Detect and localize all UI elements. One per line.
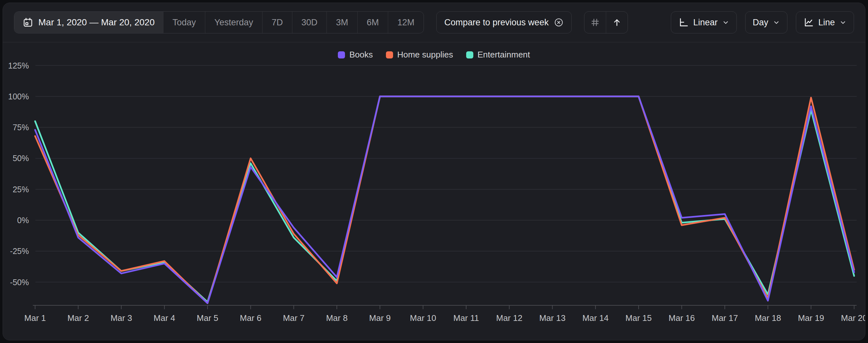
date-range-label: Mar 1, 2020 — Mar 20, 2020 [38,17,155,28]
chart-config-group: Linear Day Line [671,11,854,33]
date-range-group: Mar 1, 2020 — Mar 20, 2020 Today Yesterd… [14,11,424,33]
x-axis-tick-label: Mar 16 [669,313,695,323]
close-circle-icon[interactable] [554,18,564,27]
chart-options-segment [584,11,628,33]
x-axis-tick-label: Mar 2 [67,313,89,323]
range-button-12m[interactable]: 12M [388,12,424,33]
scale-dropdown[interactable]: Linear [671,11,737,33]
linear-axis-icon [678,17,689,28]
scale-dropdown-label: Linear [693,18,718,28]
chart-type-dropdown-label: Line [818,18,835,28]
y-axis-tick-label: -50% [10,278,29,287]
y-axis-tick-label: 25% [13,185,29,194]
y-axis-tick-label: 75% [13,123,29,132]
line-chart-plot: 125%100%75%50%25%0%-25%-50%Mar 1Mar 2Mar… [3,42,865,340]
x-axis-tick-label: Mar 14 [583,313,609,323]
compare-label: Compare to previous week [444,18,549,28]
grid-toggle-button[interactable] [584,12,606,33]
granularity-dropdown-label: Day [753,18,768,28]
arrow-up-icon [612,18,622,27]
x-axis-tick-label: Mar 13 [539,313,565,323]
legend-item-home-supplies[interactable]: Home supplies [386,50,453,60]
legend-swatch-books [338,51,345,59]
legend-item-entertainment[interactable]: Entertainment [466,50,530,60]
granularity-dropdown[interactable]: Day [745,11,787,33]
x-axis-tick-label: Mar 7 [283,313,304,323]
y-axis-tick-label: 50% [13,154,29,163]
x-axis-tick-label: Mar 15 [625,313,652,323]
range-button-30d[interactable]: 30D [292,12,327,33]
chevron-down-icon [722,19,729,26]
x-axis-tick-label: Mar 12 [496,313,522,323]
arrow-up-button[interactable] [606,12,628,33]
x-axis-tick-label: Mar 6 [240,313,261,323]
line-chart-icon [803,17,814,28]
y-axis-tick-label: 100% [8,92,29,101]
range-button-7d[interactable]: 7D [262,12,292,33]
compare-toggle-button[interactable]: Compare to previous week [436,11,572,33]
grid-icon [590,18,600,27]
x-axis-tick-label: Mar 5 [197,313,218,323]
range-button-yesterday[interactable]: Yesterday [205,12,262,33]
legend-label-entertainment: Entertainment [477,50,530,60]
chart-area: Books Home supplies Entertainment 125%10… [3,42,865,340]
range-button-today[interactable]: Today [163,12,205,33]
calendar-icon [23,17,33,28]
x-axis-tick-label: Mar 3 [111,313,132,323]
legend-item-books[interactable]: Books [338,50,373,60]
range-button-6m[interactable]: 6M [357,12,388,33]
y-axis-tick-label: 125% [8,61,29,70]
chevron-down-icon [773,19,780,26]
x-axis-tick-label: Mar 9 [369,313,391,323]
legend-swatch-home-supplies [386,51,393,59]
x-axis-tick-label: Mar 10 [410,313,436,323]
x-axis-tick-label: Mar 8 [326,313,348,323]
legend-label-books: Books [349,50,373,60]
x-axis-tick-label: Mar 18 [755,313,781,323]
x-axis-tick-label: Mar 11 [454,313,479,323]
range-button-3m[interactable]: 3M [327,12,357,33]
chart-legend: Books Home supplies Entertainment [3,50,865,60]
legend-swatch-entertainment [466,51,473,59]
x-axis-tick-label: Mar 17 [712,313,738,323]
chevron-down-icon [839,19,846,26]
x-axis-tick-label: Mar 20 [841,313,865,323]
legend-label-home-supplies: Home supplies [397,50,453,60]
x-axis-tick-label: Mar 4 [154,313,175,323]
y-axis-tick-label: 0% [17,216,29,225]
toolbar: Mar 1, 2020 — Mar 20, 2020 Today Yesterd… [3,3,865,42]
chart-type-dropdown[interactable]: Line [796,11,854,33]
analytics-panel: Mar 1, 2020 — Mar 20, 2020 Today Yesterd… [3,3,865,340]
x-axis-tick-label: Mar 19 [798,313,824,323]
x-axis-tick-label: Mar 1 [24,313,46,323]
date-range-button[interactable]: Mar 1, 2020 — Mar 20, 2020 [14,12,163,33]
y-axis-tick-label: -25% [10,247,29,256]
